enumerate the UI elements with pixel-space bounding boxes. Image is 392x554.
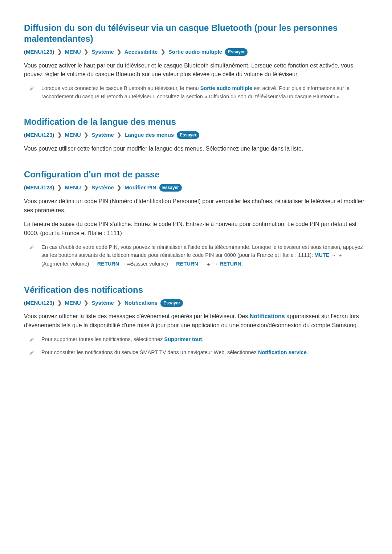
note-text: Pour consulter les notifications du serv… <box>41 348 308 358</box>
pencil-icon <box>29 348 35 358</box>
highlight-term: Supprimer tout <box>164 336 202 342</box>
breadcrumb: (MENU/123) ❯ MENU ❯ Système ❯ Accessibil… <box>24 48 368 56</box>
heading: Configuration d'un mot de passe <box>24 169 368 180</box>
paragraph: La fenêtre de saisie du code PIN s'affic… <box>24 220 368 238</box>
heading: Modification de la langue des menus <box>24 116 368 127</box>
crumb-systeme[interactable]: Système <box>91 132 114 138</box>
chevron-right-icon: ❯ <box>117 48 122 56</box>
crumb-menu[interactable]: MENU <box>65 300 81 306</box>
highlight-term: Notification service <box>258 349 307 355</box>
minus-icon: ━ <box>127 260 130 268</box>
crumb-accessibilite[interactable]: Accessibilité <box>124 49 158 55</box>
paragraph: Vous pouvez activer le haut-parleur du t… <box>24 61 368 79</box>
try-now-button[interactable]: Essayer <box>160 299 183 307</box>
breadcrumb: (MENU/123) ❯ MENU ❯ Système ❯ Langue des… <box>24 131 368 139</box>
chevron-right-icon: ❯ <box>117 299 122 307</box>
try-now-button[interactable]: Essayer <box>159 184 182 192</box>
pencil-icon <box>29 84 35 100</box>
note-text: Lorsque vous connectez le casque Bluetoo… <box>41 84 368 100</box>
crumb-menu123[interactable]: MENU/123 <box>26 300 52 306</box>
note-text: Pour supprimer toutes les notifications,… <box>41 335 203 345</box>
plus-icon: ＋ <box>206 260 211 268</box>
section-bluetooth-audio: Diffusion du son du téléviseur via un ca… <box>24 22 368 100</box>
heading: Vérification des notifications <box>24 284 368 295</box>
crumb-menu[interactable]: MENU <box>65 132 81 138</box>
crumb-systeme[interactable]: Système <box>91 184 114 190</box>
chevron-right-icon: ❯ <box>57 131 62 139</box>
key-return: RETURN <box>220 261 241 267</box>
crumb-pin[interactable]: Modifier PIN <box>124 184 156 190</box>
highlight-term: Sortie audio multiple <box>200 85 252 91</box>
plus-icon: ＋ <box>338 252 343 260</box>
chevron-right-icon: ❯ <box>57 299 62 307</box>
breadcrumb: (MENU/123) ❯ MENU ❯ Système ❯ Notificati… <box>24 299 368 307</box>
crumb-sortie[interactable]: Sortie audio multiple <box>168 49 222 55</box>
chevron-right-icon: ❯ <box>161 48 166 56</box>
section-notifications: Vérification des notifications (MENU/123… <box>24 284 368 358</box>
try-now-button[interactable]: Essayer <box>225 48 248 56</box>
heading: Diffusion du son du téléviseur via un ca… <box>24 22 368 44</box>
breadcrumb: (MENU/123) ❯ MENU ❯ Système ❯ Modifier P… <box>24 184 368 192</box>
crumb-menu123[interactable]: MENU/123 <box>26 132 52 138</box>
chevron-right-icon: ❯ <box>84 299 89 307</box>
chevron-right-icon: ❯ <box>117 131 122 139</box>
section-menu-language: Modification de la langue des menus (MEN… <box>24 116 368 153</box>
highlight-term: Notifications <box>250 313 285 319</box>
crumb-notifications[interactable]: Notifications <box>124 300 158 306</box>
chevron-right-icon: ❯ <box>84 131 89 139</box>
chevron-right-icon: ❯ <box>84 48 89 56</box>
pencil-icon <box>29 335 35 345</box>
crumb-systeme[interactable]: Système <box>91 300 114 306</box>
paragraph: Vous pouvez définir un code PIN (Numéro … <box>24 197 368 215</box>
chevron-right-icon: ❯ <box>57 184 62 192</box>
section-password: Configuration d'un mot de passe (MENU/12… <box>24 169 368 268</box>
note: Lorsque vous connectez le casque Bluetoo… <box>29 84 368 100</box>
note-text: En cas d'oubli de votre code PIN, vous p… <box>41 243 368 268</box>
note: Pour consulter les notifications du serv… <box>29 348 368 358</box>
chevron-right-icon: ❯ <box>117 184 122 192</box>
chevron-right-icon: ❯ <box>57 48 62 56</box>
crumb-menu[interactable]: MENU <box>65 49 81 55</box>
crumb-langue[interactable]: Langue des menus <box>124 132 174 138</box>
key-return: RETURN <box>97 261 119 267</box>
crumb-menu123[interactable]: MENU/123 <box>26 49 52 55</box>
note: Pour supprimer toutes les notifications,… <box>29 335 368 345</box>
pencil-icon <box>29 243 35 268</box>
crumb-menu[interactable]: MENU <box>65 184 81 190</box>
note: En cas d'oubli de votre code PIN, vous p… <box>29 243 368 268</box>
chevron-right-icon: ❯ <box>84 184 89 192</box>
try-now-button[interactable]: Essayer <box>177 131 199 139</box>
key-mute: MUTE <box>314 252 329 258</box>
crumb-systeme[interactable]: Système <box>91 49 114 55</box>
paragraph: Vous pouvez afficher la liste des messag… <box>24 312 368 330</box>
key-return: RETURN <box>176 261 198 267</box>
paragraph: Vous pouvez utiliser cette fonction pour… <box>24 144 368 153</box>
crumb-menu123[interactable]: MENU/123 <box>26 184 52 190</box>
